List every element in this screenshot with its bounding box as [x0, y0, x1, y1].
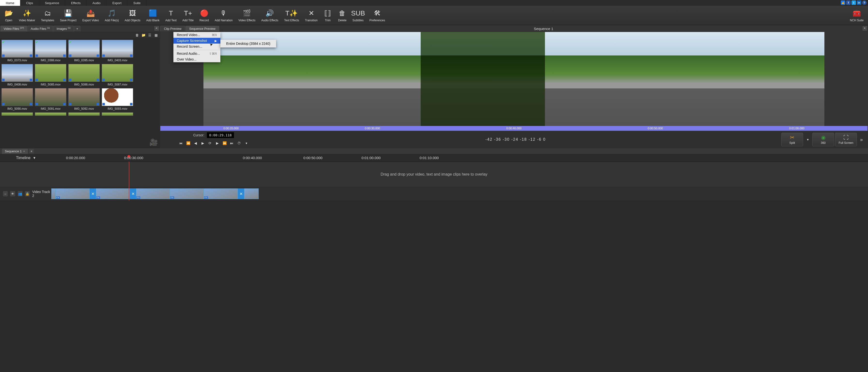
open-button[interactable]: 📂Open [1, 8, 16, 23]
video-maker-button[interactable]: ✨Video Maker [16, 8, 38, 23]
transition-icon[interactable]: ✕ [130, 188, 136, 199]
next-frame-icon[interactable]: ⏩ [221, 140, 228, 147]
timeline-clip[interactable]: FX [56, 188, 90, 199]
export-video-button[interactable]: 📤Export Video [80, 8, 102, 23]
media-thumb[interactable]: IMG_5092.mov [68, 88, 100, 111]
menu-tab-sequence[interactable]: Sequence [39, 0, 65, 6]
track-solo-icon[interactable]: 👥 [18, 191, 23, 196]
add-folder-icon[interactable]: 📁 [141, 33, 146, 37]
menu-item-record-screen[interactable]: Record Screen... [174, 43, 220, 50]
fullscreen-button[interactable]: ⛶Full Screen [835, 133, 857, 146]
menu-tab-suite[interactable]: Suite [128, 0, 147, 6]
menu-item-capture-screenshot[interactable]: Capture Screenshot▶ [174, 38, 220, 43]
tab-sequence-preview[interactable]: Sequence Preview [186, 26, 219, 31]
facebook-icon[interactable]: f [846, 0, 850, 5]
help-icon[interactable]: ? [862, 0, 867, 5]
step-forward-icon[interactable]: ▶ [214, 140, 221, 147]
transition-button[interactable]: ✕Transition [302, 8, 320, 23]
speed-icon[interactable]: ⏱ [236, 140, 243, 147]
sequence-tab-1[interactable]: Sequence 1× [2, 149, 28, 154]
add-files-button[interactable]: 🎵Add File(s) [102, 8, 122, 23]
save-project-button[interactable]: 💾Save Project [57, 8, 80, 23]
close-tab-icon[interactable]: × [23, 149, 25, 153]
add-text-button[interactable]: TAdd Text [162, 8, 180, 23]
goto-start-icon[interactable]: ⏮ [177, 140, 185, 147]
record-button[interactable]: 🔴Record [197, 8, 212, 23]
media-thumb[interactable]: ✔IMG_0373.mov [1, 40, 33, 62]
timeline-clip[interactable] [244, 188, 259, 199]
preview-viewport[interactable] [204, 32, 825, 126]
tab-images[interactable]: Images (1) [54, 26, 73, 31]
play-icon[interactable]: ▶ [199, 140, 206, 147]
grid-view-icon[interactable]: ▦ [154, 33, 158, 37]
menu-tab-audio[interactable]: Audio [87, 0, 106, 6]
media-thumb[interactable]: IMG_5093.mov [102, 88, 133, 111]
360-button[interactable]: ◉360 [812, 133, 834, 146]
media-thumb[interactable] [1, 113, 33, 116]
menu-tab-export[interactable]: Export [106, 0, 128, 6]
text-effects-button[interactable]: T✨Text Effects [281, 8, 302, 23]
menu-item-record-audio[interactable]: Record Audio...⇧⌘R [174, 51, 220, 56]
delete-button[interactable]: 🗑Delete [335, 8, 349, 23]
transition-icon[interactable]: ✕ [90, 188, 96, 199]
more-icon[interactable]: » [858, 136, 865, 143]
trim-button[interactable]: ⟦⟧Trim [320, 8, 335, 23]
media-thumb[interactable] [68, 113, 100, 116]
media-thumb[interactable]: ✔IMG_0388.mov [35, 40, 66, 62]
list-view-icon[interactable]: ☰ [147, 33, 152, 37]
track-clips[interactable]: FX ✕ FX ✕ FX FX FX ✕ [51, 187, 868, 200]
timeline-clip[interactable]: FX [170, 188, 204, 199]
add-blank-button[interactable]: 🟦Add Blank [144, 8, 162, 23]
overlay-track[interactable]: Drag and drop your video, text and image… [0, 162, 868, 187]
tab-audio-files[interactable]: Audio Files (1) [28, 26, 53, 31]
timeline-clip[interactable]: FX [96, 188, 130, 199]
menu-item-record-video[interactable]: Record Video...⌘R [174, 32, 220, 38]
menu-item-over-video[interactable]: Over Video... [174, 56, 220, 62]
menu-tab-clips[interactable]: Clips [20, 0, 39, 6]
subtitles-button[interactable]: SUBSubtitles [349, 8, 366, 23]
audio-effects-button[interactable]: 🔊Audio Effects [258, 8, 281, 23]
add-title-button[interactable]: T+Add Title [180, 8, 197, 23]
media-thumb[interactable]: IMG_0408.mov [1, 64, 33, 86]
track-collapse-icon[interactable]: – [3, 191, 8, 196]
timeline-clip[interactable]: FX [204, 188, 238, 199]
clip-fade-handle[interactable] [51, 188, 56, 199]
add-media-tab[interactable]: + [74, 26, 81, 31]
tab-video-files[interactable]: Video Files (27) [0, 26, 27, 31]
step-back-icon[interactable]: ◀ [192, 140, 199, 147]
templates-button[interactable]: 🗂Templates [38, 8, 57, 23]
thumbs-up-icon[interactable]: 👍 [841, 0, 845, 5]
linkedin-icon[interactable]: in [857, 0, 861, 5]
preferences-button[interactable]: 🛠Preferences [366, 8, 388, 23]
menu-tab-effects[interactable]: Effects [65, 0, 87, 6]
media-thumb[interactable]: IMG_0403.mov [102, 40, 133, 62]
split-dropdown-icon[interactable]: ▾ [804, 136, 811, 143]
media-thumb[interactable] [35, 113, 66, 116]
media-thumb[interactable]: IMG_5087.mov [102, 64, 133, 86]
track-visible-icon[interactable]: 👁 [10, 191, 15, 196]
media-thumb[interactable]: IMG_5091.mov [35, 88, 66, 111]
add-narration-button[interactable]: 🎙Add Narration [212, 8, 236, 23]
track-lock-icon[interactable]: 🔒 [25, 191, 30, 196]
video-effects-button[interactable]: 🎬Video Effects [236, 8, 258, 23]
timeline-ruler[interactable]: 0:00:20.0000:00:30.0000:00:40.0000:00:50… [51, 154, 868, 161]
media-thumb[interactable]: IMG_5085.mov [35, 64, 66, 86]
menu-tab-home[interactable]: Home [0, 0, 20, 6]
preview-scrubber[interactable]: 0:00:20.0000:00:30.0000:00:40.0000:00:50… [160, 126, 868, 131]
media-thumb[interactable] [102, 113, 133, 116]
twitter-icon[interactable]: t [851, 0, 856, 5]
timeline-clip[interactable]: FX [136, 188, 170, 199]
transition-icon[interactable]: ✕ [238, 188, 244, 199]
trash-icon[interactable]: 🗑 [135, 33, 140, 37]
popout-preview-icon[interactable]: ⇱ [863, 26, 867, 31]
media-thumb[interactable]: IMG_5086.mov [68, 64, 100, 86]
add-objects-button[interactable]: 🖼Add Objects [122, 8, 143, 23]
submenu-entire-desktop[interactable]: Entire Desktop (3584 x 2240) [220, 41, 276, 46]
media-thumb[interactable]: ✔IMG_0395.mov [68, 40, 100, 62]
tab-clip-preview[interactable]: Clip Preview [160, 26, 185, 31]
loop-icon[interactable]: ⟳ [206, 140, 214, 147]
popout-icon[interactable]: ⇱ [155, 26, 159, 31]
nch-suite-button[interactable]: 🧰NCH Suite [847, 8, 867, 23]
media-thumb[interactable]: IMG_5090.mov [1, 88, 33, 111]
speed-dropdown-icon[interactable]: ▾ [243, 140, 250, 147]
